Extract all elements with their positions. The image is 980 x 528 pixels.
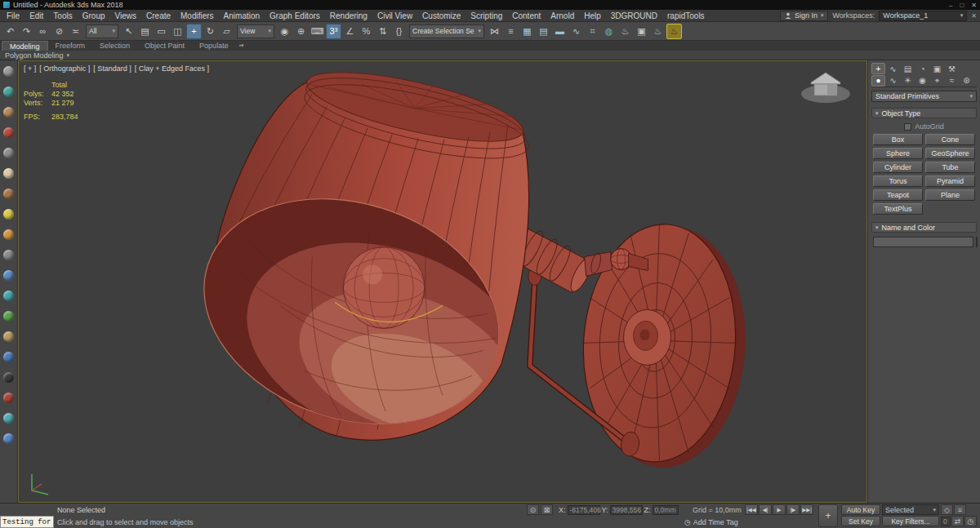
material-editor-icon[interactable]: ◍ <box>601 24 617 39</box>
cameras-category[interactable]: ◉ <box>915 75 929 87</box>
keyboard-shortcut-override-icon[interactable]: ⌨ <box>310 24 325 39</box>
spinner-snap-icon[interactable]: ⇅ <box>375 24 390 39</box>
primitives-dropdown[interactable]: Standard Primitives ▾ <box>871 91 977 102</box>
y-coordinate-field[interactable]: 3998,556 <box>610 505 643 515</box>
left-toolbar-icon[interactable] <box>2 351 16 362</box>
menu-item[interactable]: Create <box>141 10 176 22</box>
menu-item[interactable]: Scripting <box>466 10 507 22</box>
left-toolbar-icon[interactable] <box>2 167 16 179</box>
left-toolbar-icon[interactable] <box>2 86 16 97</box>
object-type-rollout[interactable]: ▾ Object Type <box>871 108 977 118</box>
current-frame-spinner[interactable]: 0 <box>941 517 951 526</box>
menu-item[interactable]: Graph Editors <box>265 10 325 22</box>
status-icon[interactable]: ◇ <box>941 504 953 515</box>
maxscript-mini-listener[interactable]: Testing for <box>0 516 54 528</box>
menu-item[interactable]: Civil View <box>372 10 417 22</box>
play-button[interactable]: ▶ <box>773 504 786 515</box>
left-toolbar-icon[interactable] <box>2 229 16 240</box>
menu-item[interactable]: 3DGROUND <box>606 10 662 22</box>
ribbon-display-toggle-icon[interactable]: ▪▾ <box>239 41 244 51</box>
use-pivot-point-icon[interactable]: ◉ <box>277 24 292 39</box>
menu-item[interactable]: Customize <box>417 10 466 22</box>
set-keys-big-button[interactable]: + <box>818 504 838 527</box>
object-type-button[interactable]: Cone <box>925 134 975 145</box>
viewport-menu-pov[interactable]: [ Orthographic ] <box>39 64 90 73</box>
viewport-menu-shading[interactable]: [ Clay + Edged Faces ] <box>135 64 209 73</box>
scene-explorer-icon[interactable]: ▦ <box>519 24 535 39</box>
shapes-category[interactable]: ∿ <box>886 75 900 87</box>
left-toolbar-icon[interactable] <box>2 188 16 199</box>
menu-item[interactable]: Group <box>78 10 110 22</box>
status-icon[interactable]: ⇄ <box>951 516 964 526</box>
helpers-category[interactable]: ⌖ <box>930 75 944 87</box>
select-by-name-icon[interactable]: ▤ <box>137 24 153 39</box>
autogrid-checkbox[interactable] <box>904 123 911 131</box>
menu-item[interactable]: File <box>2 10 24 22</box>
snaps-toggle-icon[interactable]: 3³ <box>326 24 341 39</box>
menu-item[interactable]: Rendering <box>325 10 372 22</box>
reference-coordinate-dropdown[interactable]: View ▾ <box>237 24 274 38</box>
x-coordinate-field[interactable]: -8175,406 <box>568 505 600 515</box>
object-type-button[interactable]: Pyramid <box>925 175 975 187</box>
curve-editor-icon[interactable]: ∿ <box>568 24 584 39</box>
maximize-button[interactable]: □ <box>960 2 964 9</box>
left-toolbar-icon[interactable] <box>2 126 16 138</box>
align-icon[interactable]: ≡ <box>503 24 519 39</box>
menu-item[interactable]: Modifiers <box>176 10 219 22</box>
menu-item[interactable]: Help <box>579 10 606 22</box>
viewport-canvas[interactable] <box>19 61 866 502</box>
menu-item[interactable]: Arnold <box>546 10 579 22</box>
left-toolbar-icon[interactable] <box>2 147 16 158</box>
select-and-move-icon[interactable]: + <box>186 24 202 39</box>
previous-frame-button[interactable]: ◀| <box>759 504 772 515</box>
menu-item[interactable]: rapidTools <box>662 10 710 22</box>
lamp-model[interactable] <box>175 61 753 476</box>
rectangular-selection-region-icon[interactable]: ▭ <box>154 24 169 39</box>
sign-in-button[interactable]: Sign In ▾ <box>780 11 829 21</box>
ribbon-tab[interactable]: Modeling <box>2 41 48 51</box>
object-type-button[interactable]: Torus <box>873 175 923 187</box>
motion-tab[interactable]: ◔ <box>915 63 929 74</box>
named-selection-dropdown[interactable]: Create Selection Se ▾ <box>409 24 484 38</box>
create-tab[interactable]: + <box>871 63 885 74</box>
select-and-scale-icon[interactable]: ▱ <box>219 24 234 39</box>
utilities-tab[interactable]: ⚒ <box>945 63 959 74</box>
z-coordinate-field[interactable]: 0,0mm <box>653 505 679 515</box>
viewport-menu-renderer[interactable]: [ Standard ] <box>93 64 131 73</box>
object-type-button[interactable]: Sphere <box>873 148 923 159</box>
left-toolbar-icon[interactable] <box>2 433 16 444</box>
window-crossing-icon[interactable]: ◫ <box>170 24 185 39</box>
ribbon-tab[interactable]: Selection <box>92 41 137 51</box>
selection-lock-icon[interactable]: ⊠ <box>541 504 553 515</box>
set-key-button[interactable]: Set Key <box>841 516 880 526</box>
object-type-button[interactable]: Box <box>873 134 923 145</box>
viewport-menu-general[interactable]: [ + ] <box>24 64 36 73</box>
geometry-category[interactable]: ● <box>871 75 885 87</box>
go-to-end-button[interactable]: ▶▶| <box>800 504 813 515</box>
status-icon[interactable]: ≡ <box>954 504 966 515</box>
left-toolbar-icon[interactable] <box>2 331 16 342</box>
ribbon-tab[interactable]: Populate <box>192 41 236 51</box>
isolate-selection-icon[interactable]: ⊙ <box>527 504 539 515</box>
time-tag[interactable]: ◷ Add Time Tag <box>684 518 738 526</box>
viewcube[interactable] <box>795 68 857 105</box>
layer-explorer-icon[interactable]: ▤ <box>536 24 551 39</box>
left-toolbar-icon[interactable] <box>2 412 16 424</box>
object-type-button[interactable]: TextPlus <box>873 203 923 215</box>
left-toolbar-icon[interactable] <box>2 269 16 281</box>
space-warps-category[interactable]: ≈ <box>945 75 959 87</box>
menu-item[interactable]: Tools <box>48 10 77 22</box>
close-button[interactable]: ✕ <box>971 2 977 9</box>
ribbon-tab[interactable]: Freeform <box>48 41 93 51</box>
status-icon[interactable]: ◷ <box>964 516 977 526</box>
left-toolbar-icon[interactable] <box>2 249 16 260</box>
auto-key-button[interactable]: Auto Key <box>841 504 880 515</box>
viewport[interactable]: [ + ] [ Orthographic ] [ Standard ] [ Cl… <box>18 60 867 503</box>
named-selection-sets-icon[interactable]: {} <box>391 24 407 39</box>
left-toolbar-icon[interactable] <box>2 290 16 301</box>
object-type-button[interactable]: Plane <box>925 189 975 201</box>
angle-snap-icon[interactable]: ∠ <box>342 24 358 39</box>
percent-snap-icon[interactable]: % <box>359 24 374 39</box>
select-and-link-icon[interactable]: ∞ <box>35 24 51 39</box>
object-type-button[interactable]: Cylinder <box>873 162 923 173</box>
